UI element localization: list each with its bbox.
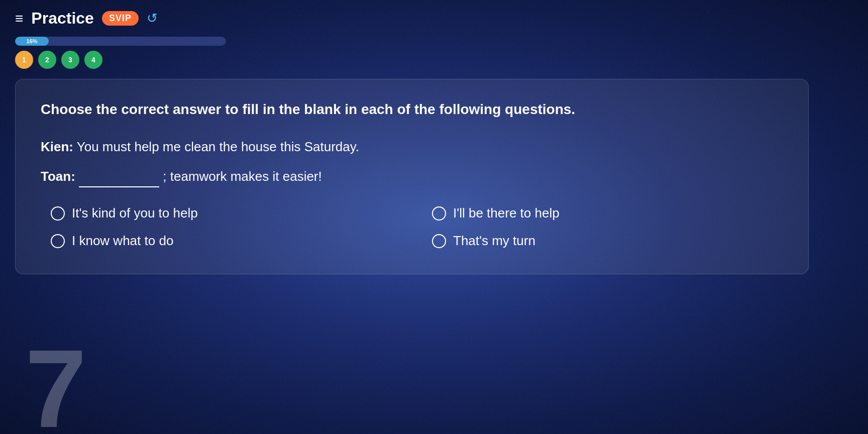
progress-bar-fill: 16% [15, 37, 49, 46]
instruction-text: Choose the correct answer to fill in the… [41, 99, 783, 119]
answer-blank [79, 167, 159, 187]
option-b-label: I'll be there to help [453, 205, 560, 221]
options-grid: It's kind of you to help I'll be there t… [41, 205, 783, 249]
option-a-label: It's kind of you to help [72, 205, 198, 221]
step-2[interactable]: 2 [38, 51, 56, 69]
dialogue-line-1: Kien: You must help me clean the house t… [41, 137, 783, 157]
toan-text: ; teamwork makes it easier! [163, 169, 321, 184]
option-d[interactable]: That's my turn [432, 233, 773, 249]
step-1-label: 1 [22, 56, 26, 64]
replay-icon[interactable]: ↺ [147, 11, 158, 26]
svip-badge: SVIP [102, 11, 139, 26]
dialogue-line-2: Toan: ; teamwork makes it easier! [41, 167, 783, 187]
option-a[interactable]: It's kind of you to help [51, 205, 392, 221]
kien-text: You must help me clean the house this Sa… [77, 139, 359, 154]
radio-b[interactable] [432, 206, 446, 221]
decorative-shape [25, 344, 136, 434]
step-2-label: 2 [45, 56, 49, 64]
progress-label: 16% [27, 38, 38, 44]
speaker-kien: Kien: [41, 139, 73, 154]
step-1[interactable]: 1 [15, 51, 33, 69]
progress-area: 16% [0, 37, 868, 46]
option-d-label: That's my turn [453, 233, 535, 249]
page-title: Practice [31, 9, 94, 28]
radio-a[interactable] [51, 206, 65, 221]
radio-c[interactable] [51, 234, 65, 248]
step-4[interactable]: 4 [84, 51, 102, 69]
step-4-label: 4 [91, 56, 95, 64]
speaker-toan: Toan: [41, 169, 75, 184]
option-c[interactable]: I know what to do [51, 233, 392, 249]
menu-icon[interactable]: ≡ [15, 12, 23, 26]
option-b[interactable]: I'll be there to help [432, 205, 773, 221]
header: ≡ Practice SVIP ↺ [0, 0, 868, 37]
step-3-label: 3 [68, 56, 72, 64]
option-c-label: I know what to do [72, 233, 173, 249]
progress-bar-container: 16% [15, 37, 226, 46]
step-3[interactable]: 3 [61, 51, 79, 69]
radio-d[interactable] [432, 234, 446, 248]
step-indicators: 1 2 3 4 [0, 51, 868, 69]
question-card: Choose the correct answer to fill in the… [15, 79, 809, 274]
